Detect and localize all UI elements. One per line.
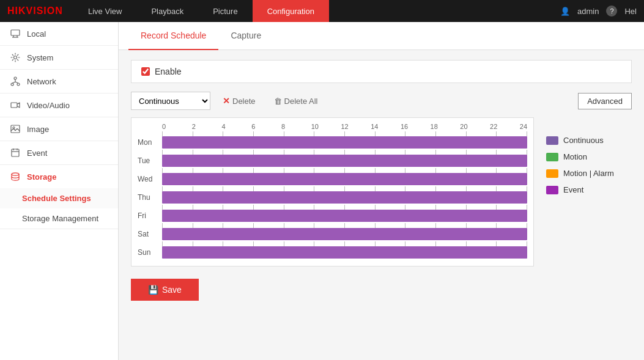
time-2: 2 (192, 123, 222, 130)
day-label-fri: Fri (138, 211, 162, 220)
main-content: Record Schedule Capture Enable Continuou… (119, 22, 644, 360)
time-8: 8 (281, 123, 311, 130)
svg-point-5 (14, 77, 17, 79)
legend-label-continuous: Continuous (563, 136, 604, 145)
time-14: 14 (371, 123, 401, 130)
brand-name: HIKVISION (7, 6, 63, 17)
svg-point-13 (13, 127, 15, 129)
toolbar-row: Continuous Motion Alarm Motion | Alarm E… (131, 92, 632, 110)
svg-point-6 (11, 83, 13, 86)
advanced-button[interactable]: Advanced (578, 93, 632, 109)
tab-record-schedule-label: Record Schedule (141, 31, 206, 40)
legend-panel: Continuous Motion Motion | Alarm Event (534, 117, 632, 266)
monitor-icon (10, 28, 21, 39)
admin-label: admin (577, 7, 599, 16)
sidebar-section-video: Video/Audio (0, 94, 118, 117)
schedule-row-mon[interactable]: Mon (138, 136, 527, 149)
nav-live-view[interactable]: Live View (73, 0, 136, 22)
legend-label-motion-alarm: Motion | Alarm (563, 169, 614, 178)
sidebar-item-network[interactable]: Network (0, 70, 118, 93)
nav-items: Live View Playback Picture Configuration (73, 0, 553, 22)
sidebar-item-local[interactable]: Local (0, 22, 118, 45)
sidebar-image-label: Image (27, 125, 49, 134)
legend-item-continuous: Continuous (546, 136, 632, 145)
delete-button[interactable]: ✕ Delete (217, 93, 262, 109)
tab-record-schedule[interactable]: Record Schedule (128, 22, 218, 50)
schedule-row-wed[interactable]: Wed (138, 173, 527, 185)
svg-rect-14 (12, 149, 19, 156)
advanced-label: Advanced (587, 97, 623, 106)
legend-color-event (546, 186, 558, 194)
sidebar-network-label: Network (27, 77, 56, 86)
schedule-row-thu[interactable]: Thu (138, 191, 527, 204)
day-label-sat: Sat (138, 230, 162, 238)
timeline-tue[interactable] (162, 155, 527, 167)
time-12: 12 (341, 123, 371, 130)
day-label-tue: Tue (138, 156, 162, 165)
storage-management-label: Storage Management (22, 214, 98, 223)
logo: HIKVISION (0, 6, 73, 17)
day-label-thu: Thu (138, 193, 162, 202)
video-icon (10, 100, 21, 111)
schedule-row-sun[interactable]: Sun (138, 246, 527, 259)
sidebar-item-system[interactable]: System (0, 46, 118, 69)
schedule-row-fri[interactable]: Fri (138, 210, 527, 222)
svg-line-9 (12, 82, 15, 83)
sidebar-item-event[interactable]: Event (0, 141, 118, 164)
save-icon: 💾 (148, 285, 158, 295)
nav-playback[interactable]: Playback (136, 0, 198, 22)
event-icon (10, 147, 21, 158)
time-0: 0 (162, 123, 192, 130)
sidebar-section-image: Image (0, 117, 118, 141)
nav-configuration[interactable]: Configuration (253, 0, 329, 22)
delete-label: Delete (232, 97, 256, 106)
schedule-settings-label: Schedule Settings (22, 194, 91, 203)
sidebar-sub-item-storage-management[interactable]: Storage Management (0, 208, 118, 229)
sidebar-sub-item-schedule-settings[interactable]: Schedule Settings (0, 188, 118, 208)
legend-label-motion: Motion (563, 152, 587, 161)
legend-color-continuous (546, 136, 558, 145)
schedule-type-select[interactable]: Continuous Motion Alarm Motion | Alarm E… (131, 92, 210, 110)
sidebar-section-local: Local (0, 22, 118, 46)
nav-picture[interactable]: Picture (198, 0, 252, 22)
sidebar-storage-label: Storage (27, 172, 56, 182)
sidebar-item-video[interactable]: Video/Audio (0, 94, 118, 117)
sidebar-item-storage[interactable]: Storage (0, 165, 118, 188)
delete-all-label: Delete All (284, 97, 318, 106)
timeline-mon[interactable] (162, 136, 527, 149)
timeline-sun[interactable] (162, 246, 527, 259)
legend-color-motion-alarm (546, 169, 558, 178)
time-16: 16 (401, 123, 431, 130)
trash-icon: 🗑 (274, 97, 282, 106)
sidebar-section-network: Network (0, 70, 118, 94)
timeline-thu[interactable] (162, 191, 527, 204)
enable-checkbox[interactable] (141, 67, 150, 76)
time-10: 10 (311, 123, 341, 130)
time-4: 4 (221, 123, 251, 130)
day-label-sun: Sun (138, 248, 162, 257)
timeline-sat[interactable] (162, 228, 527, 240)
enable-row: Enable (131, 60, 632, 83)
schedule-grid-area: 0 2 4 6 8 10 12 14 16 18 20 (131, 117, 534, 266)
network-icon (10, 76, 21, 87)
tab-bar: Record Schedule Capture (119, 22, 644, 50)
save-button[interactable]: 💾 Save (131, 279, 199, 301)
svg-rect-0 (11, 30, 20, 35)
system-icon (10, 52, 21, 63)
time-20: 20 (460, 123, 490, 130)
svg-point-18 (12, 173, 19, 175)
sidebar-local-label: Local (27, 29, 46, 39)
storage-icon (10, 171, 21, 182)
sidebar-section-event: Event (0, 141, 118, 165)
top-navigation: HIKVISION Live View Playback Picture Con… (0, 0, 644, 22)
sidebar-item-image[interactable]: Image (0, 117, 118, 141)
help-label: Hel (624, 7, 637, 16)
timeline-wed[interactable] (162, 173, 527, 185)
timeline-fri[interactable] (162, 210, 527, 222)
tab-capture[interactable]: Capture (218, 22, 273, 50)
help-icon: ? (606, 6, 617, 17)
schedule-row-sat[interactable]: Sat (138, 228, 527, 240)
schedule-row-tue[interactable]: Tue (138, 155, 527, 167)
delete-all-button[interactable]: 🗑 Delete All (268, 94, 324, 109)
delete-x-icon: ✕ (223, 96, 230, 106)
